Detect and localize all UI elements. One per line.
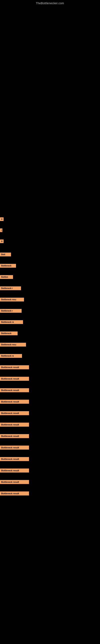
list-item: Bottleneck result xyxy=(0,411,29,415)
list-item: Bott xyxy=(0,252,29,256)
bottleneck-result-label: Bottleneck result xyxy=(0,388,29,392)
bottleneck-result-label: Bott xyxy=(0,252,11,256)
list-item: Bottleneck result xyxy=(0,388,29,392)
list-item: Bottleneck result xyxy=(0,377,29,381)
list-item: | xyxy=(0,228,29,232)
bottleneck-result-label: Bottleneck result xyxy=(0,400,29,404)
list-item: B xyxy=(0,240,29,243)
list-item: Bottleneck result xyxy=(0,468,29,472)
bottleneck-result-label: Bottleneck resu xyxy=(0,298,24,302)
bottleneck-result-label: Bottleneck result xyxy=(0,446,29,450)
bottleneck-result-label: Bottleneck result xyxy=(0,480,29,484)
list-item: Bottleneck result xyxy=(0,446,29,450)
list-item: Bottleneck re xyxy=(0,320,29,324)
list-item: Bottleneck r xyxy=(0,309,29,313)
list-item: Bottleneck xyxy=(0,332,29,335)
bottleneck-result-label: Bottleneck result xyxy=(0,377,29,381)
bottleneck-result-label: B xyxy=(0,217,3,221)
bottleneck-result-label: Bottleneck result xyxy=(0,422,29,427)
list-item: Bottleneck xyxy=(0,264,29,268)
list-item: Bottleneck resu xyxy=(0,298,29,302)
bottleneck-result-label: Bottleneck xyxy=(0,332,18,335)
bottleneck-result-label: Bottleneck xyxy=(0,264,16,268)
list-item: Bottleneck result xyxy=(0,457,29,461)
bottleneck-result-label: Bottleneck result xyxy=(0,468,29,472)
list-item: B xyxy=(0,217,29,221)
bottleneck-result-label: Bottlen xyxy=(0,275,13,279)
bottleneck-result-label: Bottleneck re xyxy=(0,320,23,324)
list-item: Bottlen xyxy=(0,275,29,279)
bottleneck-result-label: Bottleneck result xyxy=(0,411,29,415)
list-item: Bottleneck re xyxy=(0,354,29,358)
bottleneck-result-label: Bottleneck result xyxy=(0,492,29,496)
bottleneck-result-label: Bottleneck resu xyxy=(0,343,26,346)
bottleneck-result-label: Bottleneck result xyxy=(0,434,29,438)
bottleneck-result-label: Bottleneck r xyxy=(0,309,22,313)
list-item: Bottleneck r xyxy=(0,286,29,290)
list-item: Bottleneck resu xyxy=(0,343,29,346)
site-title: TheBottlenecker.com xyxy=(0,0,100,5)
bottleneck-result-label: B xyxy=(0,240,3,243)
list-item: Bottleneck result xyxy=(0,492,29,496)
bottleneck-result-label: Bottleneck result xyxy=(0,457,29,461)
list-item: Bottleneck result xyxy=(0,434,29,438)
bottleneck-list: B|BBottBottleneckBottlenBottleneck rBott… xyxy=(0,217,29,496)
list-item: Bottleneck result xyxy=(0,400,29,404)
bottleneck-result-label: | xyxy=(0,228,2,232)
list-item: Bottleneck result xyxy=(0,480,29,484)
bottleneck-result-label: Bottleneck r xyxy=(0,286,21,290)
bottleneck-result-label: Bottleneck result xyxy=(0,365,29,369)
bottleneck-result-label: Bottleneck re xyxy=(0,354,22,358)
list-item: Bottleneck result xyxy=(0,365,29,369)
list-item: Bottleneck result xyxy=(0,422,29,427)
